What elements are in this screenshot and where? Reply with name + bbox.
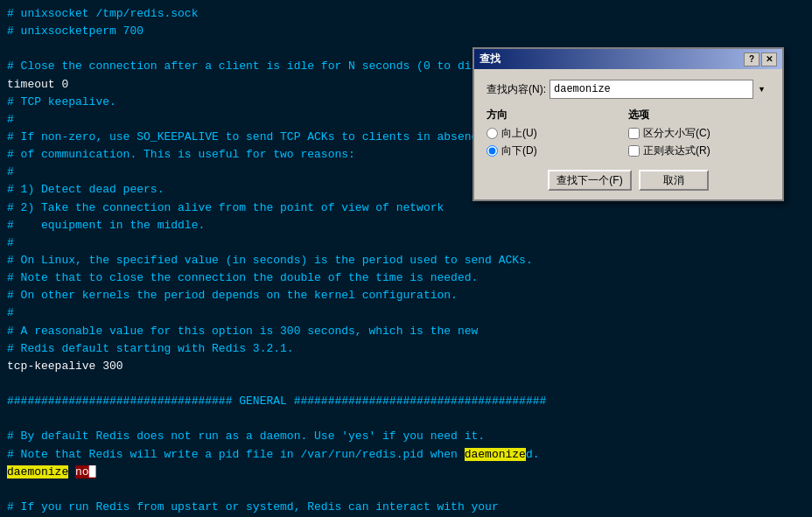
line-26: # Note that Redis will write a pid file … — [7, 446, 805, 464]
dialog-body: 查找内容(N): ▼ 方向 向上(U) 向下(D) — [474, 69, 782, 199]
dialog-title: 查找 — [480, 52, 500, 66]
radio-down[interactable]: 向下(D) — [486, 143, 628, 158]
help-button[interactable]: ? — [744, 52, 760, 66]
line-22 — [7, 375, 805, 393]
line-12: # 2) Take the connection alive from the … — [7, 199, 805, 217]
line-23: ################################# GENERA… — [7, 393, 805, 410]
find-row: 查找内容(N): ▼ — [486, 80, 770, 99]
checkbox-regex-label: 正则表达式(R) — [643, 143, 710, 158]
radio-up[interactable]: 向上(U) — [486, 126, 628, 141]
line-18: # — [7, 304, 805, 322]
line-28 — [7, 481, 805, 499]
checkbox-case-label: 区分大小写(C) — [643, 126, 710, 141]
titlebar-buttons: ? ✕ — [744, 52, 777, 66]
line-27: daemonize no█ — [7, 464, 805, 481]
dialog-titlebar: 查找 ? ✕ — [474, 49, 782, 69]
checkbox-regex-input[interactable] — [628, 145, 640, 157]
radio-up-label: 向上(U) — [501, 126, 537, 141]
options-row: 方向 向上(U) 向下(D) 选项 区分大小写(C) — [486, 108, 770, 161]
options-group: 选项 区分大小写(C) 正则表达式(R) — [628, 108, 770, 161]
line-16: # Note that to close the connection the … — [7, 269, 805, 287]
find-input-wrapper: ▼ — [550, 80, 770, 99]
checkbox-case-input[interactable] — [628, 128, 640, 139]
checkbox-regex[interactable]: 正则表达式(R) — [628, 143, 770, 158]
line-13: # equipment in the middle. — [7, 217, 805, 234]
find-next-button[interactable]: 查找下一个(F) — [548, 170, 631, 191]
cancel-button[interactable]: 取消 — [639, 170, 709, 191]
options-label: 选项 — [628, 108, 770, 122]
line-1: # unixsocket /tmp/redis.sock — [7, 5, 805, 23]
find-dialog: 查找 ? ✕ 查找内容(N): ▼ 方向 向上(U) — [472, 47, 784, 201]
line-24 — [7, 410, 805, 428]
line-2: # unixsocketperm 700 — [7, 23, 805, 40]
find-input[interactable] — [550, 80, 770, 99]
radio-up-input[interactable] — [486, 128, 498, 139]
direction-group: 方向 向上(U) 向下(D) — [486, 108, 628, 161]
find-dropdown-icon[interactable]: ▼ — [752, 80, 770, 99]
line-17: # On other kernels the period depends on… — [7, 287, 805, 304]
buttons-row: 查找下一个(F) 取消 — [486, 170, 770, 191]
radio-down-input[interactable] — [486, 145, 498, 157]
radio-down-label: 向下(D) — [501, 143, 537, 158]
line-21: tcp-keepalive 300 — [7, 358, 805, 375]
line-14: # — [7, 234, 805, 252]
line-20: # Redis default starting with Redis 3.2.… — [7, 340, 805, 358]
checkbox-case[interactable]: 区分大小写(C) — [628, 126, 770, 141]
line-25: # By default Redis does not run as a dae… — [7, 428, 805, 445]
line-15: # On Linux, the specified value (in seco… — [7, 252, 805, 269]
direction-label: 方向 — [486, 108, 628, 122]
line-29: # If you run Redis from upstart or syste… — [7, 499, 805, 516]
find-label: 查找内容(N): — [486, 82, 550, 97]
line-19: # A reasonable value for this option is … — [7, 323, 805, 340]
close-button[interactable]: ✕ — [761, 52, 777, 66]
